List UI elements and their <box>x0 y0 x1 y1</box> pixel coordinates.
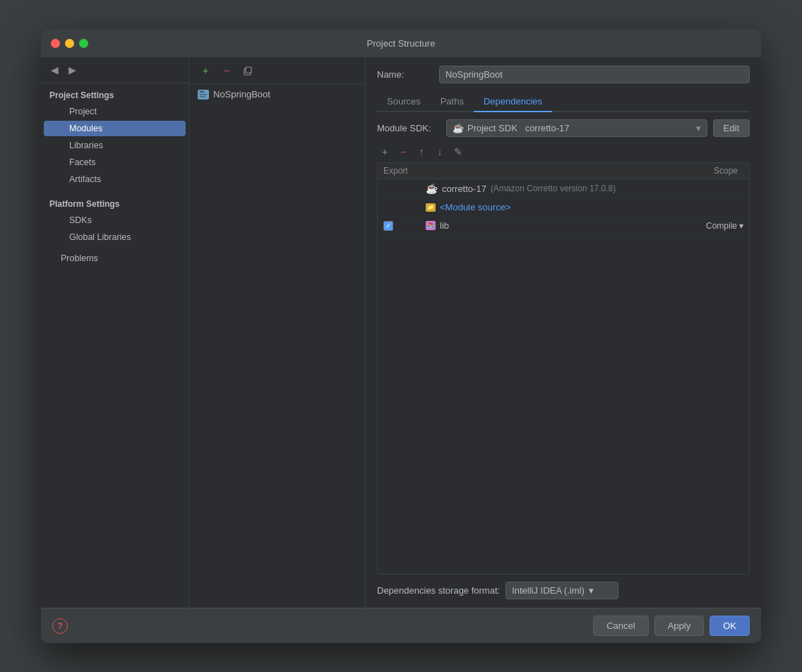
col-name-header <box>426 166 673 176</box>
remove-dep-button[interactable]: − <box>395 144 411 160</box>
sdk-dropdown-arrow: ▾ <box>696 123 701 133</box>
sidebar-item-modules[interactable]: Modules <box>44 121 186 136</box>
dep-table: Export Scope ☕ <box>377 162 750 575</box>
sidebar-nav-buttons: ◀ ▶ <box>41 57 188 83</box>
project-structure-window: Project Structure ◀ ▶ Project Settings P… <box>41 29 761 643</box>
edit-dep-button[interactable]: ✎ <box>450 144 466 160</box>
sidebar-item-global-libraries[interactable]: Global Libraries <box>44 229 186 245</box>
module-file-icon <box>198 90 209 100</box>
footer: ? Cancel Apply OK <box>41 608 761 643</box>
sidebar-item-libraries[interactable]: Libraries <box>44 138 186 153</box>
ok-button[interactable]: OK <box>710 616 750 636</box>
storage-select[interactable]: IntelliJ IDEA (.iml) ▾ <box>505 582 618 599</box>
close-button[interactable] <box>51 39 60 48</box>
edit-sdk-button[interactable]: Edit <box>713 119 750 137</box>
nav-back-button[interactable]: ◀ <box>48 63 61 77</box>
detail-panel: Name: Sources Paths Dependencies Module … <box>366 57 761 608</box>
project-settings-header: Project Settings <box>41 83 188 103</box>
sidebar-item-project[interactable]: Project <box>44 104 186 119</box>
nav-forward-button[interactable]: ▶ <box>66 63 79 77</box>
col-scope-header: Scope <box>673 166 743 176</box>
dep-name-text-corretto: corretto-17 <box>442 184 486 194</box>
dep-checkbox-lib[interactable]: ✓ <box>383 221 393 231</box>
dep-row-corretto[interactable]: ☕ corretto-17 (Amazon Corretto version 1… <box>378 179 749 198</box>
module-name: NoSpringBoot <box>213 89 270 100</box>
sidebar-item-facets[interactable]: Facets <box>44 155 186 170</box>
dep-name-text-lib: lib <box>440 220 449 231</box>
move-dep-up-button[interactable]: ↑ <box>414 144 429 160</box>
sdk-select[interactable]: ☕ Project SDK corretto-17 ▾ <box>446 119 707 137</box>
sidebar: ◀ ▶ Project Settings Project Modules Lib… <box>41 57 189 608</box>
add-module-button[interactable]: + <box>198 63 213 78</box>
minimize-button[interactable] <box>65 39 74 48</box>
dep-scope-lib: Compile ▾ <box>673 221 743 231</box>
col-export-header: Export <box>383 166 426 176</box>
storage-arrow: ▾ <box>589 585 594 596</box>
dep-name-corretto: ☕ corretto-17 (Amazon Corretto version 1… <box>426 183 673 194</box>
sdk-select-text: ☕ Project SDK corretto-17 <box>453 123 570 133</box>
module-toolbar: + − <box>189 57 365 85</box>
scope-value-lib: Compile <box>706 221 737 231</box>
svg-rect-3 <box>200 91 204 92</box>
maximize-button[interactable] <box>79 39 88 48</box>
footer-left: ? <box>52 618 68 634</box>
sdk-label: Module SDK: <box>377 123 441 133</box>
move-dep-down-button[interactable]: ↓ <box>432 144 448 160</box>
cancel-button[interactable]: Cancel <box>593 616 648 636</box>
storage-value: IntelliJ IDEA (.iml) <box>512 585 585 596</box>
svg-rect-5 <box>200 96 205 97</box>
dep-table-header: Export Scope <box>378 163 749 179</box>
traffic-lights <box>51 39 88 48</box>
footer-buttons: Cancel Apply OK <box>593 616 750 636</box>
remove-module-button[interactable]: − <box>219 63 234 78</box>
add-dep-button[interactable]: + <box>377 144 393 160</box>
sidebar-item-artifacts[interactable]: Artifacts <box>44 172 186 187</box>
titlebar: Project Structure <box>41 29 761 57</box>
name-row: Name: <box>377 66 750 83</box>
name-label: Name: <box>377 69 433 80</box>
sdk-row: Module SDK: ☕ Project SDK corretto-17 ▾ … <box>377 119 750 137</box>
dep-name-sub-corretto: (Amazon Corretto version 17.0.8) <box>491 184 616 193</box>
dep-row-module-source[interactable]: 📁 <Module source> <box>378 198 749 217</box>
tab-dependencies[interactable]: Dependencies <box>474 92 552 112</box>
scope-arrow-lib: ▾ <box>739 221 743 231</box>
dep-toolbar: + − ↑ ↓ ✎ <box>377 144 750 160</box>
dep-table-body: ☕ corretto-17 (Amazon Corretto version 1… <box>378 179 749 574</box>
tab-paths[interactable]: Paths <box>431 92 474 112</box>
dep-name-lib: 📚 lib <box>426 220 673 231</box>
name-input[interactable] <box>439 66 750 83</box>
sidebar-item-sdks[interactable]: SDKs <box>44 212 186 228</box>
module-icon <box>198 90 209 100</box>
dep-export-lib: ✓ <box>383 221 426 231</box>
platform-settings-header: Platform Settings <box>41 192 188 212</box>
sidebar-item-problems[interactable]: Problems <box>44 251 186 266</box>
scope-dropdown-lib[interactable]: Compile ▾ <box>706 221 743 231</box>
window-title: Project Structure <box>367 38 436 49</box>
tabs: Sources Paths Dependencies <box>377 92 750 112</box>
jdk-icon: ☕ <box>426 183 438 194</box>
svg-rect-4 <box>200 94 207 95</box>
dep-link-module-source[interactable]: <Module source> <box>440 202 510 212</box>
help-button[interactable]: ? <box>52 618 68 634</box>
main-content: ◀ ▶ Project Settings Project Modules Lib… <box>41 57 761 608</box>
sdk-icon: ☕ <box>453 123 464 133</box>
apply-button[interactable]: Apply <box>654 616 705 636</box>
copy-module-button[interactable] <box>240 63 256 78</box>
storage-label: Dependencies storage format: <box>377 585 500 596</box>
folder-icon: 📁 <box>426 203 436 212</box>
dep-row-lib[interactable]: ✓ 📚 lib Compile ▾ <box>378 217 749 235</box>
tab-sources[interactable]: Sources <box>377 92 431 112</box>
dep-name-source: 📁 <Module source> <box>426 202 673 212</box>
svg-rect-1 <box>246 67 251 73</box>
storage-row: Dependencies storage format: IntelliJ ID… <box>377 582 750 599</box>
sdk-value-text: Project SDK corretto-17 <box>467 123 570 133</box>
lib-icon: 📚 <box>426 221 436 230</box>
copy-icon <box>242 65 253 76</box>
module-list-panel: + − <box>189 57 366 608</box>
module-item[interactable]: NoSpringBoot <box>189 85 365 104</box>
